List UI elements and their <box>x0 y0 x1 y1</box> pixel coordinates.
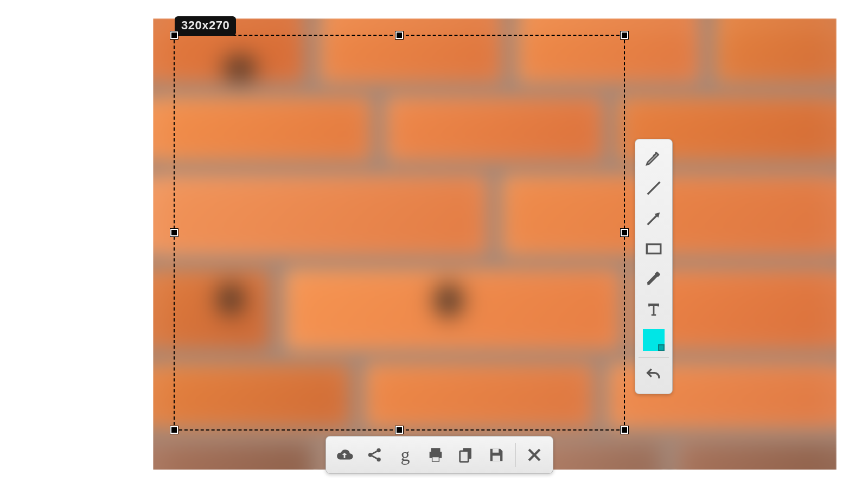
arrow-tool[interactable] <box>639 203 669 234</box>
save-button[interactable] <box>481 440 512 470</box>
handle-e[interactable] <box>621 229 628 236</box>
cloud-upload-icon <box>335 446 354 464</box>
side-toolbar <box>635 139 673 394</box>
color-picker[interactable] <box>639 325 669 355</box>
handle-nw[interactable] <box>170 31 178 39</box>
line-icon <box>644 179 663 197</box>
marker-icon <box>644 270 663 288</box>
google-search-icon: g <box>401 445 410 465</box>
upload-button[interactable] <box>329 440 360 470</box>
close-icon <box>525 446 544 464</box>
selection-rectangle[interactable]: 320x270 <box>174 35 625 431</box>
google-search-button[interactable]: g <box>390 440 420 470</box>
close-button[interactable] <box>519 440 550 470</box>
copy-button[interactable] <box>451 440 481 470</box>
print-button[interactable] <box>420 440 451 470</box>
svg-rect-8 <box>432 457 438 461</box>
handle-se[interactable] <box>621 426 628 434</box>
save-icon <box>487 446 506 464</box>
handle-w[interactable] <box>170 229 178 236</box>
handle-n[interactable] <box>395 31 403 39</box>
share-button[interactable] <box>360 440 390 470</box>
line-tool[interactable] <box>639 173 669 203</box>
undo-button[interactable] <box>639 360 669 390</box>
rectangle-tool[interactable] <box>639 234 669 264</box>
rectangle-icon <box>644 240 663 258</box>
svg-rect-10 <box>460 451 469 462</box>
text-icon <box>644 300 663 319</box>
pencil-icon <box>644 149 663 167</box>
print-icon <box>426 446 445 464</box>
text-tool[interactable] <box>639 294 669 325</box>
handle-s[interactable] <box>395 426 403 434</box>
svg-line-0 <box>648 182 660 195</box>
share-icon <box>366 446 384 464</box>
pencil-tool[interactable] <box>639 143 669 173</box>
undo-icon <box>644 366 663 384</box>
dimensions-label: 320x270 <box>175 16 236 36</box>
svg-rect-11 <box>493 449 499 453</box>
bottom-toolbar: g <box>326 436 553 474</box>
marker-tool[interactable] <box>639 264 669 294</box>
copy-icon <box>457 446 475 464</box>
handle-ne[interactable] <box>621 31 628 39</box>
svg-rect-12 <box>493 455 500 461</box>
arrow-icon <box>644 209 663 228</box>
svg-rect-3 <box>647 245 661 254</box>
handle-sw[interactable] <box>170 426 178 434</box>
color-swatch <box>643 329 665 351</box>
